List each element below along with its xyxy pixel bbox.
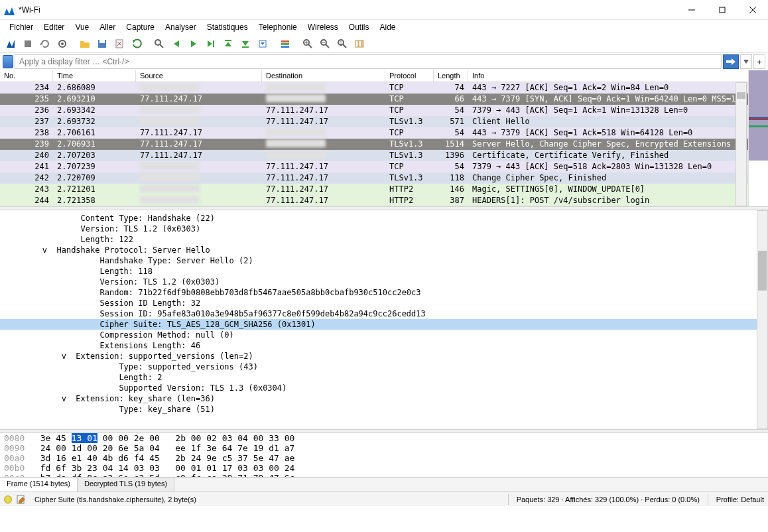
find-packet-button[interactable]: [151, 36, 167, 52]
cell: 238: [0, 127, 53, 139]
detail-line[interactable]: Length: 122: [0, 234, 768, 245]
go-to-packet-button[interactable]: [203, 36, 219, 52]
restart-capture-button[interactable]: [37, 36, 53, 52]
cell: [262, 150, 385, 161]
cell: TCP: [385, 94, 434, 105]
filter-dropdown-button[interactable]: [740, 54, 752, 69]
go-first-button[interactable]: [220, 36, 236, 52]
detail-line[interactable]: Handshake Type: Server Hello (2): [0, 255, 768, 266]
display-filter-input[interactable]: [15, 54, 722, 69]
column-source[interactable]: Source: [136, 70, 262, 82]
detail-line[interactable]: v Extension: supported_versions (len=2): [0, 351, 768, 362]
packet-row[interactable]: 2342.686089TCP74443 → 7227 [ACK] Seq=1 A…: [0, 82, 768, 94]
menu-outils[interactable]: Outils: [344, 21, 375, 33]
packet-row[interactable]: 2372.69373277.111.247.17TLSv1.3571Client…: [0, 116, 768, 127]
detail-line[interactable]: v Handshake Protocol: Server Hello: [0, 245, 768, 255]
stop-capture-button[interactable]: [20, 36, 36, 52]
menu-editer[interactable]: Editer: [38, 21, 70, 33]
menu-aide[interactable]: Aide: [375, 21, 401, 33]
close-file-button[interactable]: [111, 36, 127, 52]
filter-apply-button[interactable]: [723, 54, 739, 69]
close-button[interactable]: [737, 0, 768, 20]
packet-list[interactable]: No. Time Source Destination Protocol Len…: [0, 70, 768, 206]
detail-line[interactable]: Session ID: 95afe83a010a3e948b5af96377c8…: [0, 308, 768, 319]
colorize-button[interactable]: [277, 36, 293, 52]
packet-list-header[interactable]: No. Time Source Destination Protocol Len…: [0, 70, 768, 82]
zoom-reset-button[interactable]: 1: [334, 36, 350, 52]
packet-row[interactable]: 2392.70693177.111.247.17TLSv1.31514Serve…: [0, 139, 768, 150]
detail-scrollbar[interactable]: [757, 210, 768, 429]
column-length[interactable]: Length: [434, 70, 468, 82]
detail-line[interactable]: Supported Version: TLS 1.3 (0x0304): [0, 383, 768, 393]
zoom-out-button[interactable]: [317, 36, 333, 52]
packet-row[interactable]: 2422.72070977.111.247.17TLSv1.3118Change…: [0, 172, 768, 184]
reload-button[interactable]: [129, 36, 145, 52]
go-forward-button[interactable]: [186, 36, 202, 52]
menu-aller[interactable]: Aller: [94, 21, 121, 33]
detail-line[interactable]: Extensions Length: 46: [0, 340, 768, 351]
column-no[interactable]: No.: [0, 70, 53, 82]
save-file-button[interactable]: [94, 36, 110, 52]
hex-line[interactable]: 00a0 3d 16 e1 40 4b d6 f4 45 2b 24 9e c5…: [4, 453, 764, 463]
detail-line[interactable]: v Extension: key_share (len=36): [0, 393, 768, 404]
open-file-button[interactable]: [77, 36, 93, 52]
hex-dump-pane[interactable]: 0080 3e 45 13 01 00 00 2e 00 2b 00 02 03…: [0, 433, 768, 477]
packet-row[interactable]: 2362.69334277.111.247.17TCP547379 → 443 …: [0, 105, 768, 116]
detail-line[interactable]: Type: supported_versions (43): [0, 362, 768, 372]
start-capture-button[interactable]: [3, 36, 19, 52]
column-info[interactable]: Info: [468, 70, 768, 82]
main-toolbar: 1: [0, 34, 768, 53]
scrollbar-thumb[interactable]: [758, 251, 767, 291]
detail-line[interactable]: Content Type: Handshake (22): [0, 213, 768, 224]
minimize-button[interactable]: [676, 0, 707, 20]
scrollbar-thumb[interactable]: [737, 92, 745, 99]
go-back-button[interactable]: [168, 36, 184, 52]
menu-wireless[interactable]: Wireless: [302, 21, 344, 33]
zoom-in-button[interactable]: [300, 36, 316, 52]
cell: [136, 161, 262, 172]
packet-row[interactable]: 2352.69321077.111.247.17TCP66443 → 7379 …: [0, 94, 768, 105]
filter-bookmark-button[interactable]: [3, 55, 13, 68]
detail-line[interactable]: Cipher Suite: TLS_AES_128_GCM_SHA256 (0x…: [0, 319, 768, 330]
status-profile[interactable]: Profile: Default: [712, 496, 768, 503]
go-last-button[interactable]: [237, 36, 253, 52]
auto-scroll-button[interactable]: [255, 36, 271, 52]
hex-line[interactable]: 00b0 fd 6f 3b 23 04 14 03 03 00 01 01 17…: [4, 463, 764, 473]
menu-statistiques[interactable]: Statistiques: [202, 21, 253, 33]
expert-info-led[interactable]: [4, 496, 12, 503]
detail-line[interactable]: Compression Method: null (0): [0, 330, 768, 340]
detail-line[interactable]: Version: TLS 1.2 (0x0303): [0, 277, 768, 287]
detail-line[interactable]: Version: TLS 1.2 (0x0303): [0, 224, 768, 234]
tab-frame[interactable]: Frame (1514 bytes): [0, 478, 78, 492]
packet-details-pane[interactable]: Content Type: Handshake (22) Version: TL…: [0, 210, 768, 429]
capture-options-button[interactable]: [54, 36, 70, 52]
packet-row[interactable]: 2382.70616177.111.247.17TCP54443 → 7379 …: [0, 127, 768, 139]
tab-decrypted-tls[interactable]: Decrypted TLS (19 bytes): [78, 478, 174, 492]
maximize-button[interactable]: [707, 0, 737, 20]
filter-add-button[interactable]: +: [753, 54, 765, 69]
detail-line[interactable]: Length: 2: [0, 372, 768, 383]
menu-capture[interactable]: Capture: [121, 21, 160, 33]
packet-row[interactable]: 2402.70720377.111.247.17TLSv1.31396Certi…: [0, 150, 768, 161]
packet-minimap[interactable]: [748, 70, 768, 206]
packet-row[interactable]: 2432.72120177.111.247.17HTTP2146Magic, S…: [0, 184, 768, 195]
menu-vue[interactable]: Vue: [70, 21, 94, 33]
cell: Magic, SETTINGS[0], WINDOW_UPDATE[0]: [468, 184, 768, 195]
hex-line[interactable]: 0080 3e 45 13 01 00 00 2e 00 2b 00 02 03…: [4, 433, 764, 443]
column-time[interactable]: Time: [53, 70, 136, 82]
detail-line[interactable]: Length: 118: [0, 266, 768, 277]
menu-fichier[interactable]: Fichier: [4, 21, 38, 33]
packet-row[interactable]: 2442.72135877.111.247.17HTTP2387HEADERS[…: [0, 195, 768, 206]
detail-line[interactable]: Random: 71b22f6df9b0808ebb703d8fb5467aae…: [0, 287, 768, 298]
detail-line[interactable]: Session ID Length: 32: [0, 298, 768, 308]
column-destination[interactable]: Destination: [262, 70, 385, 82]
resize-columns-button[interactable]: [352, 36, 367, 52]
menu-analyser[interactable]: Analyser: [160, 21, 202, 33]
hex-line[interactable]: 0090 24 00 1d 00 20 6e 5a 04 ee 1f 3e 64…: [4, 443, 764, 453]
detail-line[interactable]: Type: key_share (51): [0, 404, 768, 415]
packet-row[interactable]: 2412.70723977.111.247.17TCP547379 → 443 …: [0, 161, 768, 172]
menu-telephonie[interactable]: Telephonie: [253, 21, 302, 33]
edit-notes-icon[interactable]: [16, 494, 27, 505]
packet-list-scrollbar[interactable]: [736, 82, 747, 206]
column-protocol[interactable]: Protocol: [385, 70, 434, 82]
